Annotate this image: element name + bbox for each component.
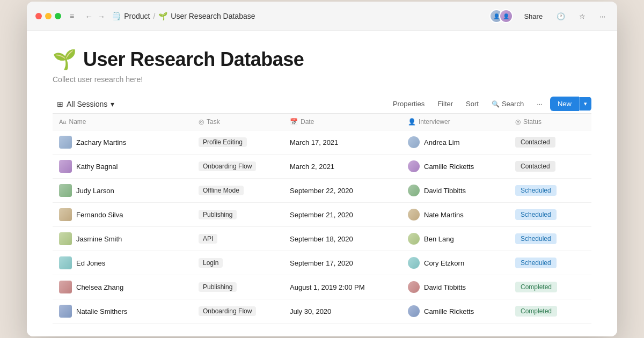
person-avatar — [59, 305, 72, 318]
cell-name: Zachary Martins — [53, 130, 192, 154]
cell-name: Jasmine Smith — [53, 227, 192, 251]
search-button[interactable]: 🔍 Search — [486, 97, 529, 111]
table-row[interactable]: Kathy Bagnal Onboarding Flow March 2, 20… — [53, 155, 591, 179]
forward-button[interactable]: → — [97, 12, 105, 21]
table-row[interactable]: Zachary Martins Profile Editing March 17… — [53, 130, 591, 155]
person-avatar — [59, 184, 72, 197]
task-tag: API — [199, 234, 217, 244]
status-col-icon: ◎ — [515, 118, 521, 126]
new-button[interactable]: New — [550, 97, 579, 111]
table-row[interactable]: Ed Jones Login September 17, 2020 Cory E… — [53, 251, 591, 275]
search-label: Search — [502, 100, 524, 108]
cell-interviewer: Cory Etzkorn — [401, 251, 509, 275]
cell-interviewer: David Tibbitts — [401, 275, 509, 299]
view-selector[interactable]: ⊞ All Sessions ▾ — [53, 98, 119, 111]
col-header-task: ◎ Task — [192, 114, 283, 130]
bookmark-button[interactable]: ☆ — [576, 10, 589, 23]
cell-interviewer: Nate Martins — [401, 203, 509, 226]
breadcrumb-current[interactable]: User Research Database — [171, 12, 255, 20]
table-row[interactable]: Natalie Smithers Onboarding Flow July 30… — [53, 299, 591, 324]
col-header-date: 📅 Date — [283, 114, 401, 130]
date-col-icon: 📅 — [290, 118, 298, 126]
cell-task: Onboarding Flow — [192, 299, 283, 323]
cell-date: August 1, 2019 2:00 PM — [283, 275, 401, 299]
breadcrumb-parent[interactable]: Product — [124, 12, 150, 20]
table-row[interactable]: Chelsea Zhang Publishing August 1, 2019 … — [53, 275, 591, 299]
cell-name: Fernando Silva — [53, 203, 192, 226]
cell-date: March 2, 2021 — [283, 155, 401, 178]
more-icon: ··· — [537, 100, 543, 108]
more-options-button[interactable]: ··· — [596, 10, 609, 23]
interviewer-avatar — [408, 185, 420, 196]
history-button[interactable]: 🕐 — [553, 10, 568, 23]
status-badge: Contacted — [515, 161, 555, 172]
task-tag: Publishing — [199, 282, 237, 292]
sort-label: Sort — [466, 100, 479, 108]
person-avatar — [59, 232, 72, 245]
person-avatar — [59, 160, 72, 173]
interviewer-avatar — [408, 136, 420, 148]
collaborators: 👤 👤 — [489, 9, 513, 23]
titlebar: ≡ ← → 🗒️ Product / 🌱 User Research Datab… — [27, 2, 617, 31]
cell-task: Login — [192, 251, 283, 275]
col-header-name: Aa Name — [53, 114, 192, 130]
page-title: User Research Database — [83, 48, 304, 71]
cell-name: Chelsea Zhang — [53, 275, 192, 299]
task-tag: Profile Editing — [199, 137, 247, 147]
cell-status: Scheduled — [509, 179, 595, 202]
interviewer-avatar — [408, 209, 420, 221]
cell-date: September 22, 2020 — [283, 179, 401, 202]
cell-interviewer: Camille Ricketts — [401, 155, 509, 178]
minimize-button[interactable] — [45, 13, 52, 19]
table-header: Aa Name ◎ Task 📅 Date 👤 Interviewer ◎ — [53, 114, 591, 130]
chevron-down-icon: ▾ — [111, 100, 114, 108]
task-tag: Offline Mode — [199, 186, 244, 195]
more-toolbar-button[interactable]: ··· — [531, 97, 548, 111]
filter-label: Filter — [437, 100, 453, 108]
share-button[interactable]: Share — [521, 10, 546, 23]
page-emoji: 🌱 — [53, 48, 77, 71]
cell-task: Offline Mode — [192, 179, 283, 202]
collaborator-avatar-2: 👤 — [499, 9, 513, 23]
menu-icon[interactable]: ≡ — [68, 11, 76, 21]
cell-status: Scheduled — [509, 203, 595, 226]
cell-name: Judy Larson — [53, 179, 192, 202]
properties-label: Properties — [393, 100, 425, 108]
col-header-status: ◎ Status — [509, 114, 595, 130]
table-row[interactable]: Jasmine Smith API September 18, 2020 Ben… — [53, 227, 591, 251]
interviewer-avatar — [408, 160, 420, 172]
new-button-chevron[interactable]: ▾ — [579, 97, 591, 111]
cell-task: Publishing — [192, 203, 283, 226]
status-badge: Scheduled — [515, 185, 557, 196]
sort-button[interactable]: Sort — [460, 97, 484, 111]
table-row[interactable]: Fernando Silva Publishing September 21, … — [53, 203, 591, 227]
maximize-button[interactable] — [55, 13, 61, 19]
properties-button[interactable]: Properties — [387, 97, 430, 111]
cell-task: Profile Editing — [192, 130, 283, 154]
person-avatar — [59, 256, 72, 269]
data-table: Aa Name ◎ Task 📅 Date 👤 Interviewer ◎ — [53, 113, 591, 324]
cell-status: Contacted — [509, 130, 595, 154]
cell-status: Scheduled — [509, 251, 595, 275]
col-header-interviewer: 👤 Interviewer — [401, 114, 509, 130]
table-row[interactable]: Judy Larson Offline Mode September 22, 2… — [53, 179, 591, 203]
cell-date: September 21, 2020 — [283, 203, 401, 226]
toolbar-actions: Properties Filter Sort 🔍 Search ··· New — [387, 97, 591, 111]
cell-status: Contacted — [509, 155, 595, 178]
breadcrumb: 🗒️ Product / 🌱 User Research Database — [112, 12, 255, 20]
nav-buttons: ← → — [85, 12, 105, 21]
grid-icon: ⊞ — [57, 100, 63, 108]
close-button[interactable] — [35, 13, 42, 19]
toolbar: ⊞ All Sessions ▾ Properties Filter Sort … — [53, 97, 591, 111]
cell-date: September 17, 2020 — [283, 251, 401, 275]
back-button[interactable]: ← — [85, 12, 93, 21]
cell-task: Publishing — [192, 275, 283, 299]
cell-interviewer: Ben Lang — [401, 227, 509, 251]
status-badge: Scheduled — [515, 233, 557, 244]
interviewer-col-icon: 👤 — [408, 118, 416, 126]
page-header: 🌱 User Research Database — [53, 48, 591, 71]
page-subtitle: Collect user research here! — [53, 75, 591, 84]
task-tag: Login — [199, 258, 223, 268]
filter-button[interactable]: Filter — [432, 97, 458, 111]
breadcrumb-parent-icon: 🗒️ — [112, 12, 121, 20]
